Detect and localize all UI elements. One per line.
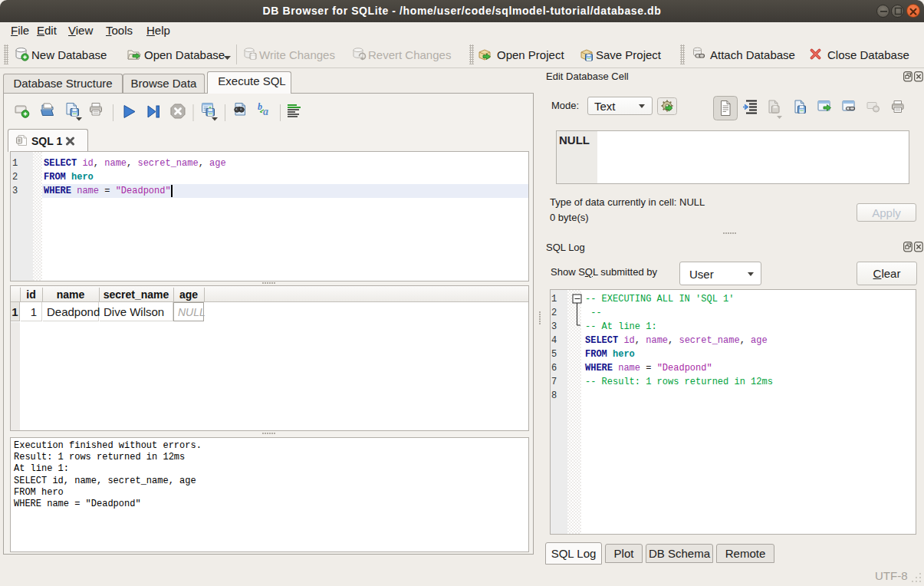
svg-text:a: a [263,106,268,117]
svg-text:b: b [258,101,262,112]
